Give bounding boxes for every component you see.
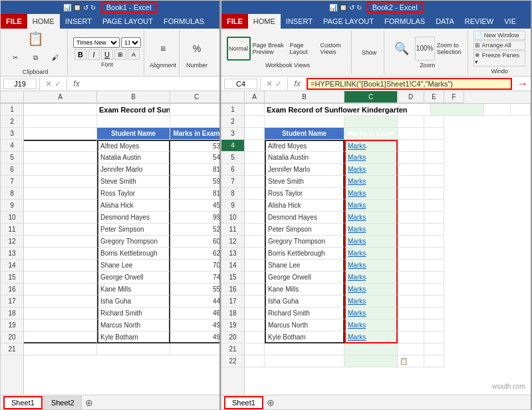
b2-cell-B17[interactable]: Isha Guha	[265, 296, 344, 308]
b1-cell-C20[interactable]: 49	[170, 331, 219, 343]
b2-cell-D14[interactable]	[398, 260, 424, 272]
b2-cell-D15[interactable]	[398, 272, 424, 284]
b2-cell-E14[interactable]	[424, 260, 444, 272]
b1-cell-B20[interactable]: Kyle Botham	[97, 331, 170, 343]
b2-cell-E20[interactable]	[424, 331, 444, 343]
b1-cell-A6[interactable]	[24, 164, 97, 176]
book2-zoom-sel-btn[interactable]: Zoom to Selection	[436, 37, 466, 61]
b1-cell-A20[interactable]	[24, 331, 97, 343]
b2-cell-D22[interactable]: 📋	[398, 355, 424, 367]
b2-cell-A12[interactable]	[245, 236, 265, 248]
b2-cell-B18[interactable]: Richard Smith	[265, 308, 344, 319]
number-format-btn[interactable]: %	[185, 37, 209, 61]
b2-cell-A9[interactable]	[245, 200, 265, 212]
b2-cell-D18[interactable]	[398, 308, 424, 319]
book2-zoom-icon[interactable]: 🔍	[390, 37, 414, 61]
b1-cell-C16[interactable]: 55	[170, 284, 219, 296]
b1-cell-C17[interactable]: 44	[170, 296, 219, 308]
b1-cell-B18[interactable]: Richard Smith	[97, 308, 170, 319]
format-painter-btn[interactable]: 🖌	[46, 49, 65, 67]
b2-cell-B1[interactable]: Exam Record of Sunflower Kindergarten	[265, 104, 431, 116]
cell-A3[interactable]	[24, 128, 97, 140]
book1-add-sheet-btn[interactable]: ⊕	[83, 397, 95, 409]
b2-cell-D8[interactable]	[398, 188, 424, 200]
b2-cell-C6[interactable]: Marks	[344, 164, 398, 176]
book1-pagelayout-tab[interactable]: PAGE LAYOUT	[97, 14, 158, 29]
b2-cell-D21[interactable]	[398, 343, 424, 355]
book2-formulas-tab[interactable]: FORMULAS	[379, 14, 430, 29]
b2-cell-A14[interactable]	[245, 260, 265, 272]
b1-cell-A11[interactable]	[24, 224, 97, 236]
b2-cell-C7[interactable]: Marks	[344, 176, 398, 188]
b2-cell-C20[interactable]: Marks	[344, 331, 398, 343]
b2-cell-A18[interactable]	[245, 308, 265, 319]
book2-zoom-pct[interactable]: 100%	[415, 37, 435, 61]
italic-btn[interactable]: I	[88, 49, 100, 60]
b2-cell-B9[interactable]: Alisha Hick	[265, 200, 344, 212]
book2-file-tab[interactable]: FILE	[221, 14, 248, 29]
b1-cell-C18[interactable]: 46	[170, 308, 219, 319]
cell-C3-header[interactable]: Marks in Exam	[170, 128, 219, 140]
b2-cell-A5[interactable]	[245, 152, 265, 164]
b1-cell-C12[interactable]: 60	[170, 236, 219, 248]
b2-cell-C14[interactable]: Marks	[344, 260, 398, 272]
marks-link-18[interactable]: Marks	[348, 309, 366, 317]
b2-cell-B5[interactable]: Natalia Austin	[265, 152, 344, 164]
marks-link-15[interactable]: Marks	[348, 274, 366, 281]
b2-cell-D3[interactable]	[398, 128, 424, 140]
marks-link-16[interactable]: Marks	[348, 286, 366, 293]
b2-cell-E13[interactable]	[424, 248, 444, 260]
cell-B2[interactable]	[97, 116, 170, 128]
b1-cell-C8[interactable]: 81	[170, 188, 219, 200]
b1-cell-C5[interactable]: 54	[170, 152, 219, 164]
cell-C21[interactable]	[170, 343, 219, 355]
font-family-select[interactable]: Times New Ro...	[73, 37, 120, 48]
b1-cell-C9[interactable]: 45	[170, 200, 219, 212]
b2-cell-A13[interactable]	[245, 248, 265, 260]
b1-cell-B17[interactable]: Isha Guha	[97, 296, 170, 308]
b2-cell-C13[interactable]: Marks	[344, 248, 398, 260]
underline-btn[interactable]: U	[101, 49, 113, 60]
b1-cell-A8[interactable]	[24, 188, 97, 200]
b2-cell-E15[interactable]	[424, 272, 444, 284]
b1-cell-A18[interactable]	[24, 308, 97, 319]
cell-C2[interactable]	[170, 116, 219, 128]
b2-cell-B14[interactable]: Shane Lee	[265, 260, 344, 272]
cell-B21[interactable]	[97, 343, 170, 355]
marks-link-14[interactable]: Marks	[348, 262, 366, 269]
b2-cell-A22[interactable]	[245, 355, 265, 367]
marks-link-19[interactable]: Marks	[348, 321, 366, 329]
b1-cell-A16[interactable]	[24, 284, 97, 296]
book2-insert-tab[interactable]: INSERT	[281, 14, 318, 29]
book1-formula-input[interactable]	[86, 80, 217, 88]
b2-cell-A7[interactable]	[245, 176, 265, 188]
book2-sheet1-tab[interactable]: Sheet1	[224, 396, 263, 409]
book2-formula-display[interactable]: =HYPERLINK("[Book1]Sheet1!C4","Marks")	[307, 78, 512, 90]
cell-A21[interactable]	[24, 343, 97, 355]
marks-link-4[interactable]: Marks	[348, 142, 366, 150]
b1-cell-A14[interactable]	[24, 260, 97, 272]
b2-cell-A1[interactable]	[245, 104, 265, 116]
b2-cell-C17[interactable]: Marks	[344, 296, 398, 308]
b2-cell-A17[interactable]	[245, 296, 265, 308]
b2-cell-E12[interactable]	[424, 236, 444, 248]
b2-cell-C5[interactable]: Marks	[344, 152, 398, 164]
b2-cell-C3[interactable]: Marks in Exam	[344, 128, 398, 140]
fill-btn[interactable]: A	[128, 49, 140, 60]
b2-cell-C19[interactable]: Marks	[344, 319, 398, 331]
b1-cell-B14[interactable]: Shane Lee	[97, 260, 170, 272]
copy-btn[interactable]: ⧉	[26, 49, 45, 67]
book2-customviews-btn[interactable]: Custom Views	[320, 37, 349, 61]
book1-sheet2-tab[interactable]: Sheet2	[44, 396, 82, 409]
b2-cell-C2[interactable]	[344, 116, 398, 128]
book1-file-tab[interactable]: FILE	[1, 14, 27, 29]
b2-cell-D1[interactable]	[484, 104, 511, 116]
b2-cell-E8[interactable]	[424, 188, 444, 200]
b1-cell-C7[interactable]: 59	[170, 176, 219, 188]
b2-cell-B6[interactable]: Jennifer Marlo	[265, 164, 344, 176]
book2-add-sheet-btn[interactable]: ⊕	[265, 397, 277, 409]
book1-cell-ref[interactable]: J19	[3, 79, 37, 89]
b2-cell-B22[interactable]	[265, 355, 344, 367]
b2-cell-A16[interactable]	[245, 284, 265, 296]
cell-A2[interactable]	[24, 116, 97, 128]
